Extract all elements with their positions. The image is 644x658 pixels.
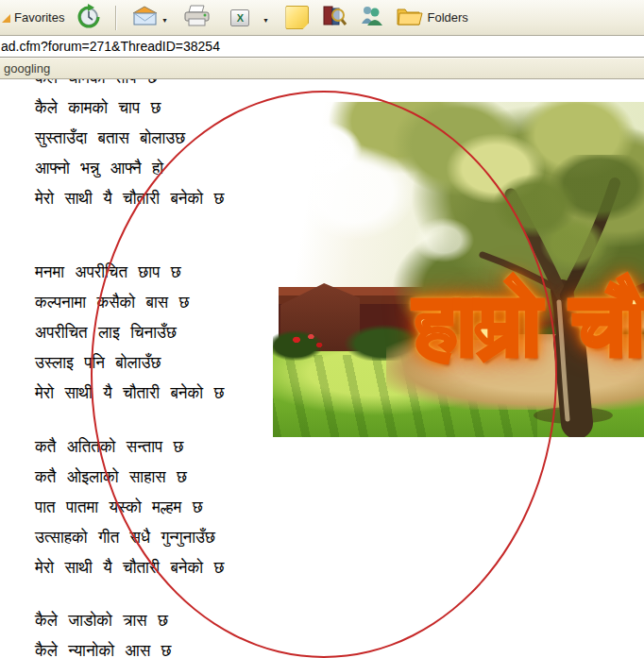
folders-icon xyxy=(396,5,423,30)
tree-courtyard-photo: हाम्रो चौ xyxy=(273,102,644,437)
mail-button[interactable] xyxy=(128,3,171,32)
poem-stanza-4: कैले जाडोको त्रास छ कैले न्यानोको आस छ xyxy=(35,605,172,658)
favorites-label: Favorites xyxy=(14,10,64,25)
notes-icon xyxy=(285,6,309,29)
address-bar[interactable]: ad.cfm?forum=271&ThreadID=38254 xyxy=(0,36,644,57)
poem-line: कतै अतितको सन्ताप छ xyxy=(35,431,224,462)
address-url-text: ad.cfm?forum=271&ThreadID=38254 xyxy=(0,39,220,54)
print-icon xyxy=(182,4,212,31)
poem-line: पात पातमा यस्को मल्हम छ xyxy=(35,492,224,522)
folders-label: Folders xyxy=(427,10,467,25)
page-title-bar: googling xyxy=(0,57,644,79)
poem-line: कैले जाडोको त्रास छ xyxy=(35,605,172,635)
page-title: googling xyxy=(0,61,50,76)
mail-icon xyxy=(130,5,160,30)
poem-line: मेरो साथी यै चौतारी बनेको छ xyxy=(35,378,224,408)
edit-excel-button[interactable] xyxy=(229,8,251,28)
poem-line: कैले कामको चाप छ xyxy=(35,93,224,123)
favorites-button[interactable]: Favorites xyxy=(0,8,66,26)
poem-stanza-2: मनमा अपरीचित छाप छ कल्पनामा कसैको बास छ … xyxy=(35,257,224,408)
poem-line: कतै ओइलाको साहास छ xyxy=(35,462,224,492)
poem-line: उस्लाइ पनि बोलाउँछ xyxy=(35,347,224,378)
poem-line: मेरो साथी यै चौतारी बनेको छ xyxy=(35,183,224,213)
notes-button[interactable] xyxy=(283,4,311,31)
folders-button[interactable]: Folders xyxy=(394,3,469,32)
messenger-icon xyxy=(359,4,384,31)
toolbar-separator xyxy=(115,6,117,30)
poem-line: उत्साहको गीत सधै गुन्गुनाउँछ xyxy=(35,522,224,552)
poem-line: सुस्ताउँदा बतास बोलाउछ xyxy=(35,123,224,153)
poem-line: मनमा अपरीचित छाप छ xyxy=(35,257,224,287)
mail-dropdown-arrow[interactable] xyxy=(160,9,169,26)
poem-line: अपरीचित लाइ चिनाउँछ xyxy=(35,317,224,347)
research-icon xyxy=(322,4,347,31)
poem-line: कल्पनामा कसैको बास छ xyxy=(35,287,224,317)
browser-toolbar: Favorites xyxy=(0,0,644,36)
poem-stanza-1: कैले घामको ताप छ कैले कामको चाप छ सुस्ता… xyxy=(35,62,224,213)
poem-line: मेरो साथी यै चौतारी बनेको छ xyxy=(35,552,224,582)
poem-line: कैले न्यानोको आस छ xyxy=(35,635,172,658)
poem-stanza-3: कतै अतितको सन्ताप छ कतै ओइलाको साहास छ प… xyxy=(35,431,224,582)
print-button[interactable] xyxy=(180,2,213,33)
favorites-star-icon xyxy=(2,14,10,23)
edit-excel-icon xyxy=(230,9,249,26)
photo-overlay-glow-text: हाम्रो चौ xyxy=(415,275,644,377)
messenger-button[interactable] xyxy=(357,2,386,33)
poem-line: आफ्नो भन्नु आफ्नै हो xyxy=(35,153,224,183)
edit-dropdown-arrow[interactable] xyxy=(261,9,270,26)
photo-foreground-leaves xyxy=(488,155,644,282)
history-icon xyxy=(76,3,102,33)
research-button[interactable] xyxy=(320,2,349,33)
history-button[interactable] xyxy=(74,1,104,35)
